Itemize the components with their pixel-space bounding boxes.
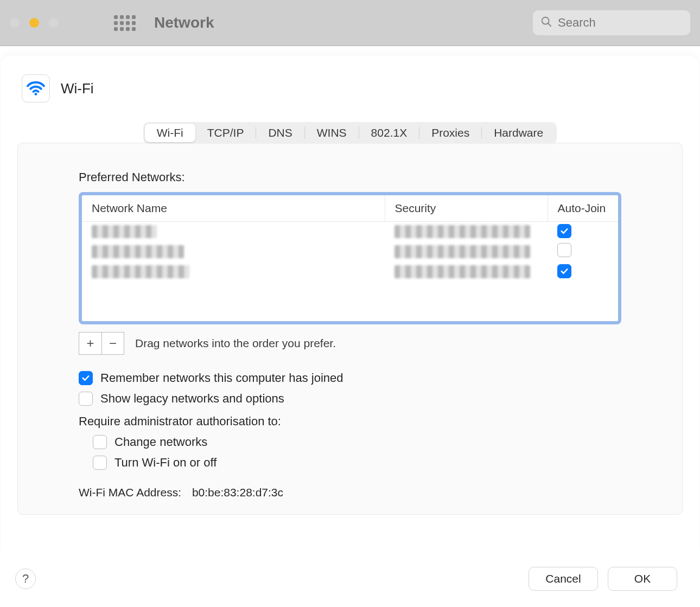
auth-toggle-wifi-option[interactable]: Turn Wi-Fi on or off	[79, 456, 621, 470]
network-row[interactable]	[82, 262, 618, 281]
wifi-panel: Preferred Networks: Network Name Securit…	[17, 143, 683, 515]
traffic-lights	[10, 18, 59, 28]
auth-change-networks-checkbox[interactable]	[93, 435, 107, 449]
nav-arrows	[80, 16, 97, 29]
remember-networks-checkbox[interactable]	[79, 371, 93, 385]
search-icon	[540, 16, 552, 30]
tab-proxies[interactable]: Proxies	[419, 124, 481, 142]
mac-address-line: Wi-Fi MAC Address: b0:be:83:28:d7:3c	[79, 486, 621, 499]
network-name-redacted	[92, 265, 189, 278]
search-field[interactable]	[533, 10, 690, 35]
svg-point-2	[35, 93, 37, 95]
zoom-window-button[interactable]	[49, 18, 59, 28]
sheet-footer: ? Cancel OK	[0, 555, 700, 591]
network-name-redacted	[92, 225, 157, 238]
tab-802-1x[interactable]: 802.1X	[359, 124, 419, 142]
window-title: Network	[154, 14, 214, 31]
cancel-button[interactable]: Cancel	[529, 567, 598, 591]
show-legacy-checkbox[interactable]	[79, 392, 93, 406]
show-legacy-label: Show legacy networks and options	[100, 392, 284, 406]
auto-join-checkbox[interactable]	[557, 264, 571, 278]
close-window-button[interactable]	[10, 18, 20, 28]
tab-bar: Wi-FiTCP/IPDNSWINS802.1XProxiesHardware	[17, 122, 683, 144]
column-network-name[interactable]: Network Name	[82, 195, 385, 222]
network-row[interactable]	[82, 222, 618, 241]
titlebar: Network	[0, 0, 700, 46]
remember-networks-label: Remember networks this computer has join…	[100, 371, 343, 385]
network-name-redacted	[92, 245, 184, 258]
require-auth-label: Require administrator authorisation to:	[79, 414, 281, 429]
network-security-redacted	[394, 245, 530, 258]
mac-address-label: Wi-Fi MAC Address:	[79, 486, 181, 499]
auto-join-checkbox[interactable]	[557, 243, 571, 257]
mac-address-value: b0:be:83:28:d7:3c	[192, 486, 283, 499]
help-button[interactable]: ?	[15, 568, 36, 589]
network-row[interactable]	[82, 241, 618, 262]
tab-hardware[interactable]: Hardware	[482, 124, 555, 142]
auth-toggle-wifi-checkbox[interactable]	[93, 456, 107, 470]
show-legacy-option[interactable]: Show legacy networks and options	[79, 392, 621, 406]
remember-networks-option[interactable]: Remember networks this computer has join…	[79, 371, 621, 385]
auth-toggle-wifi-label: Turn Wi-Fi on or off	[114, 456, 217, 470]
network-security-redacted	[394, 225, 530, 238]
ok-button[interactable]: OK	[608, 567, 677, 591]
column-auto-join[interactable]: Auto-Join	[548, 195, 618, 222]
wifi-advanced-sheet: Wi-Fi Wi-FiTCP/IPDNSWINS802.1XProxiesHar…	[1, 56, 699, 555]
drag-hint: Drag networks into the order you prefer.	[135, 337, 336, 350]
tab-wi-fi[interactable]: Wi-Fi	[145, 124, 195, 142]
auto-join-checkbox[interactable]	[557, 224, 571, 238]
auth-change-networks-option[interactable]: Change networks	[79, 435, 621, 449]
tab-dns[interactable]: DNS	[256, 124, 304, 142]
auth-change-networks-label: Change networks	[114, 435, 207, 449]
add-network-button[interactable]: +	[79, 332, 101, 355]
column-security[interactable]: Security	[385, 195, 548, 222]
remove-network-button[interactable]: −	[101, 332, 124, 355]
minimize-window-button[interactable]	[29, 18, 39, 28]
tab-tcp-ip[interactable]: TCP/IP	[195, 124, 256, 142]
sheet-title: Wi-Fi	[61, 80, 94, 97]
svg-line-1	[548, 23, 551, 26]
network-security-redacted	[394, 265, 530, 278]
show-all-prefs-button[interactable]	[114, 15, 136, 31]
search-input[interactable]	[558, 16, 683, 30]
preferred-networks-list[interactable]: Network Name Security Auto-Join	[79, 192, 621, 324]
tab-wins[interactable]: WINS	[305, 124, 359, 142]
wifi-icon	[22, 74, 50, 103]
preferred-networks-label: Preferred Networks:	[79, 170, 621, 184]
